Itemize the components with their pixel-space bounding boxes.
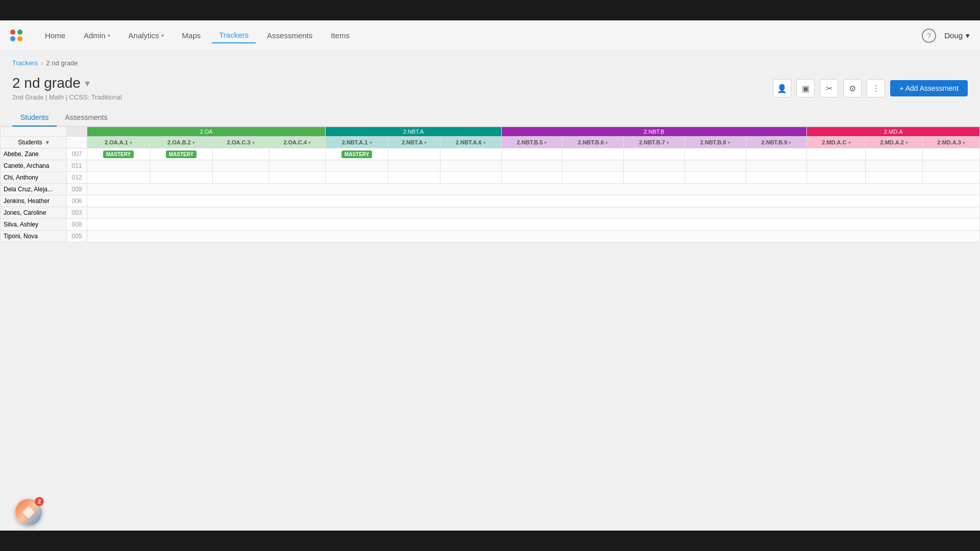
- title-chevron-icon[interactable]: ▾: [85, 77, 90, 89]
- cell-2-1: [150, 172, 213, 184]
- col-2NBTB8[interactable]: 2.NBT.B.8 ▾: [684, 137, 746, 148]
- col-2OAC3[interactable]: 2.OA.C.3 ▾: [213, 137, 270, 148]
- bottom-bar: [0, 531, 980, 551]
- cell-1-13: [866, 160, 923, 172]
- nav-maps[interactable]: Maps: [175, 28, 208, 43]
- cell-2-12: [807, 172, 866, 184]
- tab-students[interactable]: Students: [12, 109, 57, 127]
- cell-0-14: [923, 148, 980, 160]
- breadcrumb-separator: ›: [41, 59, 43, 67]
- logo-dot-2: [17, 30, 22, 35]
- students-col-dropdown[interactable]: ▾: [46, 139, 49, 146]
- col-2OAB2[interactable]: 2.OA.B.2 ▾: [150, 137, 213, 148]
- students-col-header: Students ▾: [1, 137, 67, 148]
- mastery-badge: MASTERY: [103, 151, 134, 158]
- user-chevron-icon: ▾: [966, 31, 970, 40]
- col-2NBTB6[interactable]: 2.NBT.B.6 ▾: [562, 137, 624, 148]
- student-id: 009: [67, 184, 87, 195]
- cell-1-9: [624, 160, 685, 172]
- cell-1-8: [562, 160, 624, 172]
- table-row: Dela Cruz, Aleja... 009: [1, 184, 980, 195]
- cell-0-13: [866, 148, 923, 160]
- cell-1-4: [326, 160, 388, 172]
- cell-2-14: [923, 172, 980, 184]
- logo-dot-4: [17, 36, 22, 41]
- logo[interactable]: [10, 30, 22, 42]
- tab-assessments[interactable]: Assessments: [57, 109, 115, 127]
- nav-assessments[interactable]: Assessments: [260, 28, 320, 43]
- breadcrumb-trackers[interactable]: Trackers: [12, 59, 38, 67]
- cell-1-11: [746, 160, 807, 172]
- table-row: Silva, Ashley 008: [1, 219, 980, 231]
- table-container: 2.OA 2.NBT.A 2.NBT.B 2.MD.A Students ▾ 2…: [0, 127, 980, 242]
- cell-0-12: [807, 148, 866, 160]
- num-group-header: [67, 127, 87, 137]
- col-2NBTB9[interactable]: 2.NBT.B.9 ▾: [746, 137, 807, 148]
- col-2NBTA[interactable]: 2.NBT.A ▾: [388, 137, 440, 148]
- col-2MDA2[interactable]: 2.MD.A.2 ▾: [866, 137, 923, 148]
- scissors-icon-button[interactable]: ✂: [820, 79, 838, 97]
- header-actions: 👤 ▣ ✂ ⚙ ⋮ + Add Assessment: [773, 79, 968, 97]
- cell-2-8: [562, 172, 624, 184]
- student-name: Tiponi, Nova: [1, 231, 67, 242]
- settings-icon-button[interactable]: ⚙: [843, 79, 862, 97]
- cell-1-1: [150, 160, 213, 172]
- nav-analytics[interactable]: Analytics ▾: [121, 28, 171, 43]
- cell-0-2: [213, 148, 270, 160]
- student-id: 003: [67, 207, 87, 219]
- cell-1-3: [269, 160, 326, 172]
- table-row: Chi, Anthony 012: [1, 172, 980, 184]
- col-2NBTB7[interactable]: 2.NBT.B.7 ▾: [624, 137, 685, 148]
- cell-2-2: [213, 172, 270, 184]
- col-2NBTA6[interactable]: 2.NBT.A.6 ▾: [440, 137, 501, 148]
- empty-cells: [87, 231, 980, 242]
- col-2NBTB5[interactable]: 2.NBT.B.5 ▾: [501, 137, 562, 148]
- col-2MDAC[interactable]: 2.MD.A.C ▾: [807, 137, 866, 148]
- empty-cells: [87, 219, 980, 231]
- nav-home[interactable]: Home: [38, 28, 72, 43]
- col-2OAA1[interactable]: 2.OA.A.1 ▾: [87, 137, 150, 148]
- tracker-table: 2.OA 2.NBT.A 2.NBT.B 2.MD.A Students ▾ 2…: [0, 127, 980, 242]
- nav-admin[interactable]: Admin ▾: [77, 28, 117, 43]
- more-options-button[interactable]: ⋮: [867, 79, 885, 97]
- layout-icon-button[interactable]: ▣: [796, 79, 815, 97]
- cell-2-0: [87, 172, 150, 184]
- help-button[interactable]: ?: [922, 29, 936, 43]
- col-group-header-row: 2.OA 2.NBT.A 2.NBT.B 2.MD.A: [1, 127, 980, 137]
- nav-right: ? Doug ▾: [922, 29, 970, 43]
- empty-cells: [87, 184, 980, 195]
- mastery-badge: MASTERY: [341, 151, 373, 158]
- nbt-b-group-header: 2.NBT.B: [501, 127, 807, 137]
- nav-items[interactable]: Items: [324, 28, 357, 43]
- people-icon-button[interactable]: 👤: [773, 79, 791, 97]
- col-2OAC4[interactable]: 2.OA.C.4 ▾: [269, 137, 326, 148]
- top-bar: [0, 0, 980, 20]
- cell-0-9: [624, 148, 685, 160]
- cell-2-3: [269, 172, 326, 184]
- add-assessment-button[interactable]: + Add Assessment: [890, 80, 968, 96]
- breadcrumb-current: 2 nd grade: [46, 59, 78, 67]
- col-2MDA3[interactable]: 2.MD.A.3 ▾: [923, 137, 980, 148]
- cell-2-4: [326, 172, 388, 184]
- nav-trackers[interactable]: Trackers: [212, 28, 256, 43]
- empty-cells: [87, 207, 980, 219]
- col-2NBTA1[interactable]: 2.NBT.A.1 ▾: [326, 137, 388, 148]
- cell-0-4: MASTERY: [326, 148, 388, 160]
- badge-count: 2: [35, 497, 44, 506]
- cell-0-11: [746, 148, 807, 160]
- nbt-a-group-header: 2.NBT.A: [326, 127, 502, 137]
- nav-links: Home Admin ▾ Analytics ▾ Maps Trackers A…: [38, 28, 922, 43]
- table-row: Canete, Archana 011: [1, 160, 980, 172]
- student-name: Chi, Anthony: [1, 172, 67, 184]
- user-menu[interactable]: Doug ▾: [944, 31, 970, 40]
- cell-2-11: [746, 172, 807, 184]
- student-id: 006: [67, 195, 87, 207]
- student-id: 011: [67, 160, 87, 172]
- table-row: Abebe, Zane 007 MASTERY MASTERY MASTERY: [1, 148, 980, 160]
- table-row: Jones, Caroline 003: [1, 207, 980, 219]
- empty-cells: [87, 195, 980, 207]
- floating-badge[interactable]: 2: [15, 499, 42, 525]
- student-name: Canete, Archana: [1, 160, 67, 172]
- svg-marker-1: [22, 506, 35, 518]
- student-name: Jones, Caroline: [1, 207, 67, 219]
